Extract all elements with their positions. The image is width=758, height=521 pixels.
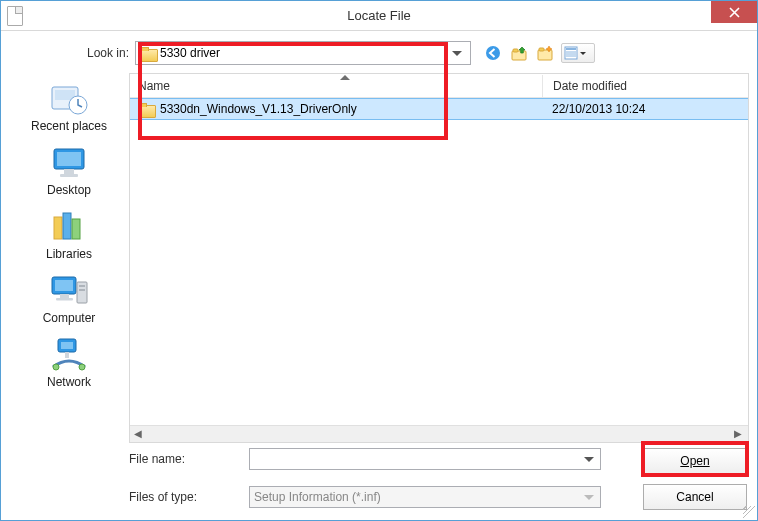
horizontal-scrollbar[interactable]: ◀ ▶	[130, 425, 748, 442]
filename-label: File name:	[129, 452, 239, 466]
new-folder-icon	[537, 45, 553, 61]
svg-rect-22	[60, 294, 69, 298]
place-label: Network	[47, 375, 91, 389]
back-button[interactable]	[483, 43, 503, 63]
svg-rect-23	[56, 298, 73, 301]
filetype-dropdown-button	[580, 487, 598, 507]
filename-dropdown-button[interactable]	[580, 449, 598, 469]
cancel-button-label: Cancel	[676, 490, 713, 504]
place-label: Recent places	[31, 119, 107, 133]
filetype-combo: Setup Information (*.inf)	[249, 486, 601, 508]
cancel-button[interactable]: Cancel	[643, 484, 747, 510]
document-icon	[7, 6, 23, 26]
place-label: Computer	[43, 311, 96, 325]
open-button-label: Open	[680, 454, 709, 468]
file-date-cell: 22/10/2013 10:24	[542, 102, 748, 116]
place-label: Libraries	[46, 247, 92, 261]
svg-rect-26	[79, 289, 85, 291]
libraries-icon	[48, 207, 90, 245]
client-area: Look in: 5330 driver	[1, 31, 757, 520]
places-bar: Recent places Desktop	[9, 73, 129, 443]
svg-rect-15	[64, 169, 74, 174]
filename-combo[interactable]	[249, 448, 601, 470]
chevron-down-icon	[584, 457, 594, 462]
svg-rect-21	[55, 280, 73, 291]
file-name: 5330dn_Windows_V1.13_DriverOnly	[160, 102, 357, 116]
computer-icon	[48, 271, 90, 309]
chevron-down-icon	[580, 52, 586, 55]
svg-rect-16	[60, 174, 78, 177]
back-icon	[485, 45, 501, 61]
svg-point-0	[486, 46, 500, 60]
views-button[interactable]	[561, 43, 595, 63]
svg-point-29	[53, 364, 59, 370]
svg-rect-17	[54, 217, 62, 239]
column-date-header[interactable]: Date modified	[543, 79, 748, 93]
svg-rect-19	[72, 219, 80, 239]
scroll-right-icon[interactable]: ▶	[734, 429, 744, 439]
folder-icon	[140, 47, 156, 60]
file-list-area: Name Date modified 5330dn_Windows_V1.13_…	[129, 73, 749, 443]
svg-rect-2	[513, 49, 518, 52]
new-folder-button[interactable]	[535, 43, 555, 63]
dialog-buttons: Open Cancel	[643, 448, 747, 510]
close-icon	[729, 7, 740, 18]
column-name-header[interactable]: Name	[130, 79, 542, 93]
locate-file-dialog: Locate File Look in: 5330 driver	[0, 0, 758, 521]
filetype-value: Setup Information (*.inf)	[254, 490, 381, 504]
body-split: Recent places Desktop	[9, 73, 749, 443]
filetype-label: Files of type:	[129, 490, 239, 504]
svg-point-30	[79, 364, 85, 370]
views-icon	[564, 46, 578, 60]
toolbar-icons	[483, 43, 595, 63]
chevron-down-icon	[452, 51, 462, 56]
titlebar: Locate File	[1, 1, 757, 31]
chevron-down-icon	[584, 495, 594, 500]
lookin-label: Look in:	[75, 46, 129, 60]
svg-rect-18	[63, 213, 71, 239]
svg-rect-28	[61, 342, 73, 349]
place-libraries[interactable]: Libraries	[9, 207, 129, 261]
folder-icon	[138, 103, 154, 116]
place-desktop[interactable]: Desktop	[9, 143, 129, 197]
place-network[interactable]: Network	[9, 335, 129, 389]
lookin-combo[interactable]: 5330 driver	[135, 41, 471, 65]
svg-rect-31	[65, 352, 69, 358]
desktop-icon	[48, 143, 90, 181]
recent-places-icon	[48, 79, 90, 117]
close-button[interactable]	[711, 1, 757, 23]
lookin-value: 5330 driver	[160, 46, 444, 60]
file-list[interactable]: 5330dn_Windows_V1.13_DriverOnly 22/10/20…	[130, 98, 748, 425]
place-recent[interactable]: Recent places	[9, 79, 129, 133]
column-headers: Name Date modified	[130, 74, 748, 98]
svg-rect-14	[57, 152, 81, 166]
window-title: Locate File	[1, 8, 757, 23]
up-one-level-button[interactable]	[509, 43, 529, 63]
svg-rect-4	[539, 48, 544, 51]
svg-rect-25	[79, 285, 85, 287]
sort-ascending-icon	[340, 75, 350, 80]
place-computer[interactable]: Computer	[9, 271, 129, 325]
network-icon	[48, 335, 90, 373]
resize-grip[interactable]	[743, 506, 755, 518]
file-row[interactable]: 5330dn_Windows_V1.13_DriverOnly 22/10/20…	[130, 98, 748, 120]
filename-input[interactable]	[254, 451, 596, 467]
file-name-cell: 5330dn_Windows_V1.13_DriverOnly	[130, 102, 542, 116]
svg-rect-6	[566, 48, 576, 50]
scroll-left-icon[interactable]: ◀	[134, 429, 144, 439]
up-icon	[511, 45, 527, 61]
lookin-row: Look in: 5330 driver	[9, 39, 749, 67]
lookin-dropdown-button[interactable]	[448, 42, 466, 64]
open-button[interactable]: Open	[643, 448, 747, 474]
place-label: Desktop	[47, 183, 91, 197]
